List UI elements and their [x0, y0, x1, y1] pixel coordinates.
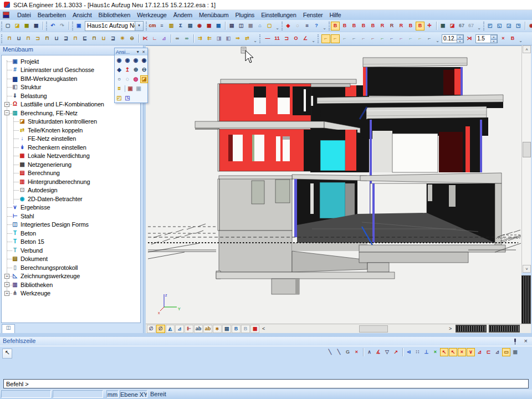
combobox-dropdown-icon[interactable]: ▼: [135, 22, 143, 30]
tree-item-berechnung-fe-netz[interactable]: −▥Berechnung, FE-Netz: [2, 109, 140, 117]
viewport-tool-icon[interactable]: B: [241, 325, 250, 333]
tree-expander[interactable]: +: [4, 274, 9, 279]
snap-icon[interactable]: ▽: [383, 348, 391, 356]
tree-item-autodesign[interactable]: ⊡Autodesign: [2, 186, 140, 195]
palette-icon[interactable]: ◌: [124, 75, 131, 83]
toolbar-icon[interactable]: ▦: [32, 22, 40, 30]
menu-item-ndern[interactable]: Ändern: [170, 11, 196, 19]
toolbar-icon[interactable]: B: [369, 22, 377, 30]
toolbar-icon[interactable]: ∞: [182, 34, 191, 43]
tree-tab[interactable]: ◫: [2, 324, 15, 333]
toolbar-icon[interactable]: ⌐: [416, 34, 424, 43]
spinner-value-1[interactable]: 0.12...▲▼: [442, 34, 464, 43]
toolbar-icon[interactable]: ⌂: [255, 22, 264, 30]
tree-item-rechenkern-einstellen[interactable]: ↡Rechenkern einstellen: [2, 143, 140, 152]
viewport-tool-icon[interactable]: ∅: [156, 325, 165, 333]
tree-item-lokale-netzverdichtung[interactable]: ▦Lokale Netzverdichtung: [2, 152, 140, 161]
toolbar-icon[interactable]: ⊓: [71, 34, 80, 43]
spinner-value-2[interactable]: 1.5▲▼: [475, 34, 498, 43]
tree-item-zeichnungswerkzeuge[interactable]: +◺Zeichnungswerkzeuge: [2, 272, 140, 281]
viewport-tool-icon[interactable]: ◭: [166, 325, 175, 333]
menu-item-fenster[interactable]: Fenster: [300, 11, 326, 19]
status-plane[interactable]: Ebene XY: [120, 390, 147, 398]
toolbar-icon[interactable]: ⇄: [243, 34, 252, 43]
palette-icon[interactable]: ▣: [126, 85, 134, 93]
toolbar-icon[interactable]: ∠: [301, 34, 310, 43]
toolbar-icon[interactable]: B: [331, 22, 340, 30]
toolbar-overflow-chevron[interactable]: ⌄: [252, 34, 258, 43]
toolbar-icon[interactable]: ⋊: [465, 34, 474, 43]
viewport-tool-icon[interactable]: ▤: [222, 325, 231, 333]
toolbar-icon[interactable]: ◉: [195, 22, 204, 30]
toolbar-overflow-chevron[interactable]: ⌄: [274, 22, 280, 30]
tree-item-teile-knoten-koppeln[interactable]: ⇄Teile/Knoten koppeln: [2, 126, 140, 135]
snap-icon[interactable]: ↗: [392, 348, 400, 356]
toolbar-icon[interactable]: ◰: [485, 22, 494, 30]
toolbar-icon[interactable]: ⊓: [43, 34, 52, 43]
palette-icon[interactable]: ◉: [140, 57, 148, 64]
toolbar-icon[interactable]: ⇇: [205, 34, 214, 43]
toolbar-icon[interactable]: ⊿: [160, 34, 168, 43]
toolbar-icon[interactable]: ×: [499, 34, 508, 43]
viewport-tool-icon[interactable]: ∅: [147, 325, 156, 333]
toolbar-icon[interactable]: ⊓: [90, 34, 99, 43]
toolbar-icon[interactable]: ⊑: [80, 34, 89, 43]
toolbar-icon[interactable]: ✳: [118, 34, 127, 43]
viewport-tool-icon[interactable]: ab: [203, 325, 212, 333]
viewport-tool-icon[interactable]: ∗: [213, 325, 222, 333]
toolbar-icon[interactable]: ⌐: [406, 34, 415, 43]
snap-icon[interactable]: ⊏: [484, 348, 493, 356]
toolbar-icon[interactable]: ◱: [495, 22, 504, 30]
toolbar-icon[interactable]: ▦: [246, 22, 255, 30]
toolbar-icon[interactable]: ⌐: [350, 34, 359, 43]
toolbar-icon[interactable]: ▤: [186, 22, 195, 30]
tree-item-netzgenerierung[interactable]: ▩Netzgenerierung: [2, 160, 140, 169]
toolbar-icon[interactable]: ⌐: [369, 34, 377, 43]
tree-item-berechnungsprotokoll[interactable]: ▯Berechnungsprotokoll: [2, 263, 140, 272]
snap-icon[interactable]: ⊲: [405, 348, 413, 356]
toolbar-icon[interactable]: ⊖: [127, 34, 136, 43]
tree-item-beton[interactable]: TBeton: [2, 229, 140, 238]
project-combobox[interactable]: Haus1c Aufzug Neu▼: [85, 21, 144, 31]
snap-icon[interactable]: ∷: [413, 348, 422, 356]
menu-item-bearbeiten[interactable]: Bearbeiten: [34, 11, 69, 19]
hscroll-thumb[interactable]: [359, 325, 388, 332]
toolbar-icon[interactable]: ◈: [284, 22, 293, 30]
tree-expander[interactable]: +: [4, 282, 9, 287]
toolbar-icon[interactable]: ⌐: [378, 34, 387, 43]
menu-item-menbaum[interactable]: Menübaum: [196, 11, 232, 19]
menu-item-datei[interactable]: Datei: [14, 11, 34, 19]
scroll-right-arrow[interactable]: >: [447, 326, 454, 331]
palette-icon[interactable]: ▣: [135, 85, 142, 93]
snap-icon[interactable]: ⊿: [493, 348, 502, 356]
toolbar-icon[interactable]: ◨: [214, 34, 223, 43]
pin-icon[interactable]: [512, 339, 518, 344]
snap-icon[interactable]: ×: [352, 348, 361, 356]
palette-icon[interactable]: ⊕: [132, 66, 140, 74]
toolbar-icon[interactable]: ⊔: [52, 34, 61, 43]
toolbar-icon[interactable]: B: [416, 22, 424, 30]
tree-expander[interactable]: −: [4, 110, 9, 115]
toolbar-icon[interactable]: ◧: [224, 34, 233, 43]
toolbar-icon[interactable]: ▣: [74, 22, 83, 30]
toolbar-icon[interactable]: ⊓: [24, 34, 33, 43]
palette-icon[interactable]: ¤: [115, 85, 123, 93]
menu-item-ansicht[interactable]: Ansicht: [69, 11, 95, 19]
document-icon[interactable]: [3, 12, 9, 18]
snap-icon[interactable]: ⊿: [475, 348, 484, 356]
toolbar-icon[interactable]: ▢: [3, 22, 12, 30]
snap-icon[interactable]: ∨: [467, 348, 475, 356]
toolbar-icon[interactable]: ⌐: [425, 34, 434, 43]
tree-item-beton-15[interactable]: TBeton 15: [2, 238, 140, 247]
toolbar-icon[interactable]: ◪: [13, 22, 22, 30]
toolbar-icon[interactable]: ⊓: [5, 34, 14, 43]
toolbar-icon[interactable]: ⊒: [109, 34, 117, 43]
palette-icon[interactable]: ◰: [115, 94, 123, 102]
toolbar-icon[interactable]: ◪: [448, 22, 457, 30]
toolbar-icon[interactable]: R: [378, 22, 387, 30]
toolbar-icon[interactable]: ▦: [22, 22, 31, 30]
viewport-tool-icon[interactable]: ▦: [250, 325, 259, 333]
toolbar-icon[interactable]: ⊐: [282, 34, 291, 43]
snap-icon[interactable]: ∧: [365, 348, 374, 356]
toolbar-icon[interactable]: ↶: [48, 22, 57, 30]
